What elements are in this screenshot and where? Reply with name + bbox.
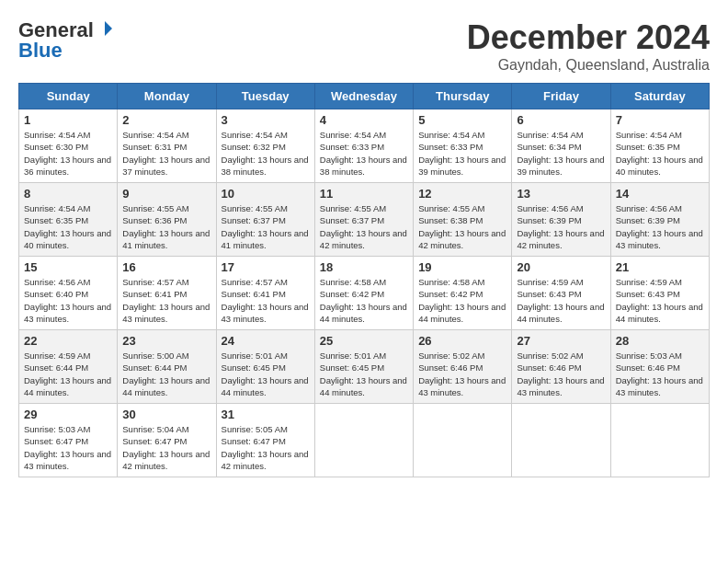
- day-number: 3: [222, 113, 310, 127]
- day-info: Sunrise: 5:03 AMSunset: 6:47 PMDaylight:…: [24, 424, 111, 471]
- day-number: 8: [24, 187, 112, 201]
- calendar-cell: 20 Sunrise: 4:59 AMSunset: 6:43 PMDaylig…: [512, 257, 610, 330]
- day-info: Sunrise: 4:58 AMSunset: 6:42 PMDaylight:…: [320, 277, 407, 324]
- day-number: 24: [222, 334, 310, 348]
- day-info: Sunrise: 5:01 AMSunset: 6:45 PMDaylight:…: [320, 350, 407, 397]
- calendar-week-row: 22 Sunrise: 4:59 AMSunset: 6:44 PMDaylig…: [19, 330, 710, 404]
- calendar-cell: 28 Sunrise: 5:03 AMSunset: 6:46 PMDaylig…: [610, 330, 709, 404]
- calendar-header-row: SundayMondayTuesdayWednesdayThursdayFrid…: [19, 84, 710, 109]
- calendar-cell: 21 Sunrise: 4:59 AMSunset: 6:43 PMDaylig…: [610, 257, 709, 330]
- day-number: 6: [517, 113, 605, 127]
- day-info: Sunrise: 4:56 AMSunset: 6:40 PMDaylight:…: [24, 277, 111, 324]
- day-number: 22: [24, 334, 112, 348]
- day-info: Sunrise: 4:56 AMSunset: 6:39 PMDaylight:…: [517, 203, 604, 250]
- svg-marker-0: [105, 21, 112, 36]
- day-info: Sunrise: 4:55 AMSunset: 6:38 PMDaylight:…: [418, 203, 506, 250]
- header-friday: Friday: [512, 84, 610, 109]
- day-number: 16: [122, 260, 210, 274]
- calendar-cell: [314, 404, 413, 477]
- header-sunday: Sunday: [19, 84, 118, 109]
- calendar-cell: 17 Sunrise: 4:57 AMSunset: 6:41 PMDaylig…: [216, 257, 314, 330]
- title-block: December 2024 Gayndah, Queensland, Austr…: [467, 18, 710, 74]
- day-info: Sunrise: 4:55 AMSunset: 6:37 PMDaylight:…: [222, 203, 309, 250]
- calendar-cell: 18 Sunrise: 4:58 AMSunset: 6:42 PMDaylig…: [314, 257, 413, 330]
- calendar-cell: 10 Sunrise: 4:55 AMSunset: 6:37 PMDaylig…: [216, 183, 314, 257]
- calendar-cell: 24 Sunrise: 5:01 AMSunset: 6:45 PMDaylig…: [216, 330, 314, 404]
- calendar-cell: 11 Sunrise: 4:55 AMSunset: 6:37 PMDaylig…: [314, 183, 413, 257]
- logo-blue-text: Blue: [18, 39, 63, 63]
- day-number: 27: [517, 334, 605, 348]
- calendar-cell: 6 Sunrise: 4:54 AMSunset: 6:34 PMDayligh…: [512, 109, 610, 183]
- day-number: 20: [517, 260, 605, 274]
- day-number: 15: [24, 260, 112, 274]
- calendar-cell: 29 Sunrise: 5:03 AMSunset: 6:47 PMDaylig…: [19, 404, 118, 477]
- calendar-cell: 4 Sunrise: 4:54 AMSunset: 6:33 PMDayligh…: [314, 109, 413, 183]
- day-info: Sunrise: 4:55 AMSunset: 6:36 PMDaylight:…: [122, 203, 210, 250]
- day-number: 28: [616, 334, 704, 348]
- day-info: Sunrise: 4:54 AMSunset: 6:34 PMDaylight:…: [517, 130, 604, 177]
- calendar-table: SundayMondayTuesdayWednesdayThursdayFrid…: [18, 83, 710, 477]
- day-number: 13: [517, 187, 605, 201]
- day-info: Sunrise: 4:55 AMSunset: 6:37 PMDaylight:…: [320, 203, 407, 250]
- header-tuesday: Tuesday: [216, 84, 314, 109]
- calendar-cell: 3 Sunrise: 4:54 AMSunset: 6:32 PMDayligh…: [216, 109, 314, 183]
- day-number: 4: [320, 113, 408, 127]
- day-number: 19: [418, 260, 506, 274]
- calendar-cell: [512, 404, 610, 477]
- calendar-cell: 8 Sunrise: 4:54 AMSunset: 6:35 PMDayligh…: [19, 183, 118, 257]
- day-number: 11: [320, 187, 408, 201]
- calendar-cell: 31 Sunrise: 5:05 AMSunset: 6:47 PMDaylig…: [216, 404, 314, 477]
- day-info: Sunrise: 4:57 AMSunset: 6:41 PMDaylight:…: [222, 277, 309, 324]
- calendar-cell: 9 Sunrise: 4:55 AMSunset: 6:36 PMDayligh…: [118, 183, 216, 257]
- location-title: Gayndah, Queensland, Australia: [467, 57, 710, 74]
- logo-icon: [96, 19, 114, 38]
- calendar-cell: 13 Sunrise: 4:56 AMSunset: 6:39 PMDaylig…: [512, 183, 610, 257]
- day-info: Sunrise: 4:54 AMSunset: 6:35 PMDaylight:…: [616, 130, 703, 177]
- day-info: Sunrise: 5:02 AMSunset: 6:46 PMDaylight:…: [418, 350, 506, 397]
- day-info: Sunrise: 4:54 AMSunset: 6:30 PMDaylight:…: [24, 130, 111, 177]
- calendar-cell: 26 Sunrise: 5:02 AMSunset: 6:46 PMDaylig…: [414, 330, 512, 404]
- day-number: 14: [616, 187, 704, 201]
- calendar-cell: 15 Sunrise: 4:56 AMSunset: 6:40 PMDaylig…: [19, 257, 118, 330]
- day-info: Sunrise: 5:03 AMSunset: 6:46 PMDaylight:…: [616, 350, 703, 397]
- day-info: Sunrise: 5:00 AMSunset: 6:44 PMDaylight:…: [122, 350, 210, 397]
- calendar-cell: 7 Sunrise: 4:54 AMSunset: 6:35 PMDayligh…: [610, 109, 709, 183]
- calendar-cell: 14 Sunrise: 4:56 AMSunset: 6:39 PMDaylig…: [610, 183, 709, 257]
- calendar-cell: 16 Sunrise: 4:57 AMSunset: 6:41 PMDaylig…: [118, 257, 216, 330]
- day-number: 9: [122, 187, 210, 201]
- header-monday: Monday: [118, 84, 216, 109]
- day-info: Sunrise: 4:59 AMSunset: 6:43 PMDaylight:…: [517, 277, 604, 324]
- day-info: Sunrise: 5:05 AMSunset: 6:47 PMDaylight:…: [222, 424, 309, 471]
- header-wednesday: Wednesday: [314, 84, 413, 109]
- day-number: 5: [418, 113, 506, 127]
- day-number: 12: [418, 187, 506, 201]
- calendar-cell: 1 Sunrise: 4:54 AMSunset: 6:30 PMDayligh…: [19, 109, 118, 183]
- calendar-cell: 25 Sunrise: 5:01 AMSunset: 6:45 PMDaylig…: [314, 330, 413, 404]
- calendar-week-row: 1 Sunrise: 4:54 AMSunset: 6:30 PMDayligh…: [19, 109, 710, 183]
- calendar-cell: 12 Sunrise: 4:55 AMSunset: 6:38 PMDaylig…: [414, 183, 512, 257]
- day-info: Sunrise: 4:54 AMSunset: 6:33 PMDaylight:…: [418, 130, 506, 177]
- day-info: Sunrise: 4:56 AMSunset: 6:39 PMDaylight:…: [616, 203, 703, 250]
- day-number: 29: [24, 408, 112, 421]
- day-info: Sunrise: 4:58 AMSunset: 6:42 PMDaylight:…: [418, 277, 506, 324]
- day-info: Sunrise: 5:01 AMSunset: 6:45 PMDaylight:…: [222, 350, 309, 397]
- calendar-week-row: 29 Sunrise: 5:03 AMSunset: 6:47 PMDaylig…: [19, 404, 710, 477]
- day-info: Sunrise: 4:54 AMSunset: 6:31 PMDaylight:…: [122, 130, 210, 177]
- calendar-cell: 23 Sunrise: 5:00 AMSunset: 6:44 PMDaylig…: [118, 330, 216, 404]
- page-header: General Blue December 2024 Gayndah, Quee…: [18, 18, 710, 74]
- day-number: 31: [222, 408, 310, 421]
- header-saturday: Saturday: [610, 84, 709, 109]
- month-title: December 2024: [467, 18, 710, 57]
- calendar-cell: 19 Sunrise: 4:58 AMSunset: 6:42 PMDaylig…: [414, 257, 512, 330]
- calendar-cell: 2 Sunrise: 4:54 AMSunset: 6:31 PMDayligh…: [118, 109, 216, 183]
- day-number: 10: [222, 187, 310, 201]
- day-number: 7: [616, 113, 704, 127]
- day-number: 17: [222, 260, 310, 274]
- day-number: 23: [122, 334, 210, 348]
- day-number: 1: [24, 113, 112, 127]
- calendar-cell: 27 Sunrise: 5:02 AMSunset: 6:46 PMDaylig…: [512, 330, 610, 404]
- calendar-week-row: 8 Sunrise: 4:54 AMSunset: 6:35 PMDayligh…: [19, 183, 710, 257]
- calendar-cell: 30 Sunrise: 5:04 AMSunset: 6:47 PMDaylig…: [118, 404, 216, 477]
- calendar-cell: [610, 404, 709, 477]
- day-number: 2: [122, 113, 210, 127]
